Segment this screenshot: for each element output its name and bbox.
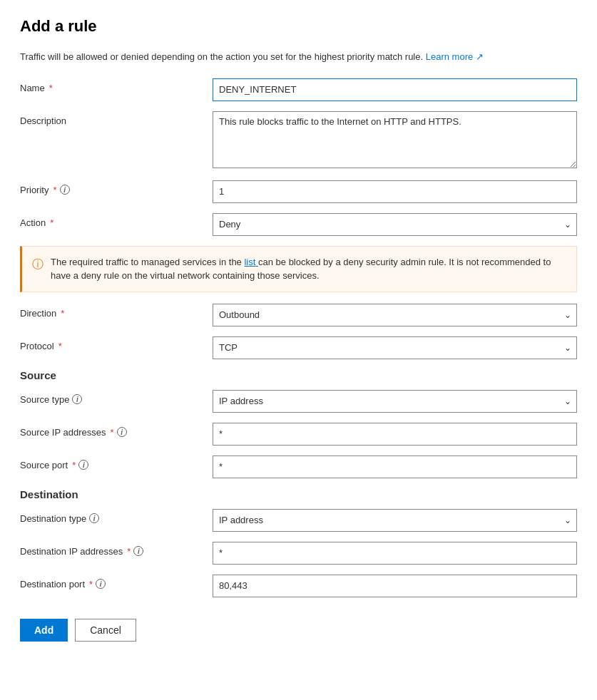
destination-type-select-wrapper: IP address Service Tag ⌄ bbox=[213, 509, 577, 532]
warning-text: The required traffic to managed services… bbox=[51, 255, 566, 283]
source-type-label: Source type i bbox=[20, 390, 213, 405]
source-ip-field-wrapper bbox=[213, 423, 577, 446]
destination-ip-label: Destination IP addresses * i bbox=[20, 542, 213, 557]
destination-port-input[interactable] bbox=[213, 575, 577, 597]
warning-icon: ⓘ bbox=[32, 256, 44, 273]
direction-select[interactable]: Inbound Outbound bbox=[213, 304, 577, 326]
protocol-select-wrapper: Any TCP UDP ICMP ⌄ bbox=[213, 336, 577, 359]
source-port-required-indicator: * bbox=[72, 460, 76, 470]
button-row: Add Cancel bbox=[20, 612, 577, 642]
name-input[interactable] bbox=[213, 78, 577, 101]
destination-type-label: Destination type i bbox=[20, 509, 213, 524]
action-label: Action * bbox=[20, 213, 213, 228]
destination-section-header: Destination bbox=[20, 488, 577, 500]
protocol-label: Protocol * bbox=[20, 336, 213, 351]
description-field-wrapper bbox=[213, 111, 577, 170]
source-type-select[interactable]: IP address Service Tag bbox=[213, 390, 577, 413]
source-type-row: Source type i IP address Service Tag ⌄ bbox=[20, 390, 577, 413]
destination-port-required-indicator: * bbox=[89, 579, 93, 590]
priority-input[interactable] bbox=[213, 180, 577, 203]
source-port-label: Source port * i bbox=[20, 455, 213, 470]
description-label: Description bbox=[20, 111, 213, 126]
destination-port-info-icon[interactable]: i bbox=[96, 579, 106, 589]
action-required-indicator: * bbox=[50, 217, 53, 228]
destination-ip-row: Destination IP addresses * i bbox=[20, 542, 577, 565]
destination-port-label: Destination port * i bbox=[20, 575, 213, 590]
protocol-field-wrapper: Any TCP UDP ICMP ⌄ bbox=[213, 336, 577, 359]
info-text: Traffic will be allowed or denied depend… bbox=[20, 50, 577, 64]
name-field-wrapper bbox=[213, 78, 577, 101]
destination-type-info-icon[interactable]: i bbox=[89, 513, 99, 523]
source-ip-info-icon[interactable]: i bbox=[117, 427, 127, 437]
destination-type-row: Destination type i IP address Service Ta… bbox=[20, 509, 577, 532]
protocol-row: Protocol * Any TCP UDP ICMP ⌄ bbox=[20, 336, 577, 359]
warning-box: ⓘ The required traffic to managed servic… bbox=[20, 246, 577, 292]
destination-ip-info-icon[interactable]: i bbox=[133, 546, 143, 556]
source-port-info-icon[interactable]: i bbox=[78, 460, 88, 470]
destination-ip-input[interactable] bbox=[213, 542, 577, 565]
source-port-row: Source port * i bbox=[20, 455, 577, 478]
destination-ip-field-wrapper bbox=[213, 542, 577, 565]
destination-ip-required-indicator: * bbox=[127, 546, 131, 557]
action-field-wrapper: Allow Deny ⌄ bbox=[213, 213, 577, 236]
source-type-field-wrapper: IP address Service Tag ⌄ bbox=[213, 390, 577, 413]
destination-port-row: Destination port * i bbox=[20, 575, 577, 597]
source-section-header: Source bbox=[20, 369, 577, 381]
priority-row: Priority * i bbox=[20, 180, 577, 203]
description-input[interactable] bbox=[213, 111, 577, 168]
priority-info-icon[interactable]: i bbox=[60, 185, 70, 195]
source-port-input[interactable] bbox=[213, 455, 577, 478]
action-select-wrapper: Allow Deny ⌄ bbox=[213, 213, 577, 236]
source-type-select-wrapper: IP address Service Tag ⌄ bbox=[213, 390, 577, 413]
source-ip-required-indicator: * bbox=[110, 427, 113, 438]
destination-type-field-wrapper: IP address Service Tag ⌄ bbox=[213, 509, 577, 532]
protocol-required-indicator: * bbox=[58, 341, 62, 351]
name-required-indicator: * bbox=[49, 83, 53, 93]
priority-label: Priority * i bbox=[20, 180, 213, 195]
action-row: Action * Allow Deny ⌄ bbox=[20, 213, 577, 236]
warning-list-link[interactable]: list bbox=[244, 257, 258, 267]
direction-field-wrapper: Inbound Outbound ⌄ bbox=[213, 304, 577, 326]
name-row: Name * bbox=[20, 78, 577, 101]
description-row: Description bbox=[20, 111, 577, 170]
priority-required-indicator: * bbox=[53, 185, 56, 195]
direction-required-indicator: * bbox=[61, 308, 64, 319]
destination-type-select[interactable]: IP address Service Tag bbox=[213, 509, 577, 532]
source-type-info-icon[interactable]: i bbox=[72, 394, 82, 404]
add-button[interactable]: Add bbox=[20, 619, 68, 642]
page-title: Add a rule bbox=[20, 17, 577, 36]
destination-port-field-wrapper bbox=[213, 575, 577, 597]
source-ip-label: Source IP addresses * i bbox=[20, 423, 213, 438]
action-select[interactable]: Allow Deny bbox=[213, 213, 577, 236]
name-label: Name * bbox=[20, 78, 213, 93]
direction-row: Direction * Inbound Outbound ⌄ bbox=[20, 304, 577, 326]
source-ip-row: Source IP addresses * i bbox=[20, 423, 577, 446]
cancel-button[interactable]: Cancel bbox=[75, 619, 136, 642]
direction-label: Direction * bbox=[20, 304, 213, 319]
source-ip-input[interactable] bbox=[213, 423, 577, 446]
priority-field-wrapper bbox=[213, 180, 577, 203]
learn-more-link[interactable]: Learn more ↗ bbox=[426, 51, 484, 62]
source-port-field-wrapper bbox=[213, 455, 577, 478]
direction-select-wrapper: Inbound Outbound ⌄ bbox=[213, 304, 577, 326]
protocol-select[interactable]: Any TCP UDP ICMP bbox=[213, 336, 577, 359]
external-link-icon: ↗ bbox=[476, 51, 484, 62]
